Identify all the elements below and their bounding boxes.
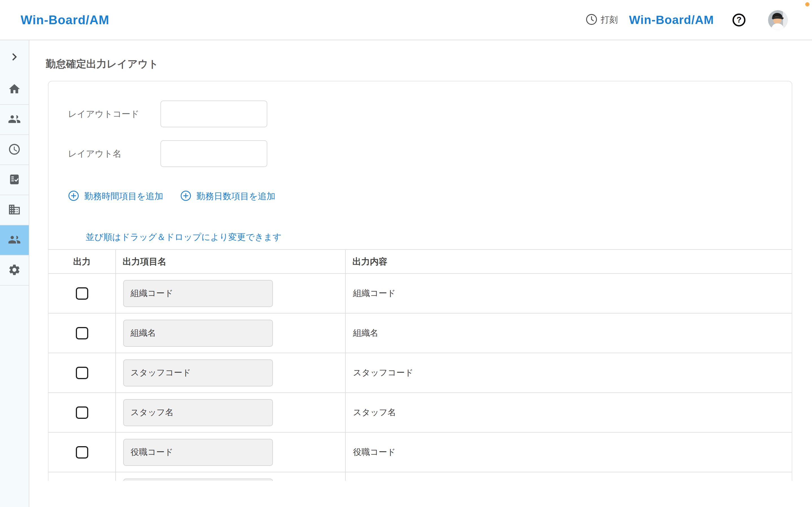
- layout-code-input[interactable]: [160, 101, 267, 127]
- sidebar-item-company[interactable]: [0, 195, 29, 225]
- sidebar-expand-button[interactable]: [0, 40, 29, 75]
- drag-drop-hint: 並び順はドラッグ＆ドロップにより変更できます: [86, 232, 792, 242]
- gear-icon: [8, 263, 21, 277]
- item-name-box[interactable]: 役職名: [123, 478, 273, 481]
- home-icon: [8, 82, 21, 97]
- add-link-label: 勤務日数項目を追加: [197, 190, 275, 202]
- output-content-text: スタッフ名: [346, 407, 792, 418]
- form-row-layout-name: レイアウト名: [68, 140, 792, 167]
- table-row: スタッフ名 スタッフ名: [49, 393, 792, 432]
- output-checkbox[interactable]: [76, 446, 88, 459]
- clock-icon: [8, 143, 21, 157]
- layout-card: レイアウトコード レイアウト名 勤務: [48, 81, 792, 481]
- item-name-box[interactable]: 役職コード: [123, 439, 273, 466]
- add-links-row: 勤務時間項目を追加 勤務日数項目を追加: [68, 189, 792, 203]
- layout-code-label: レイアウトコード: [68, 108, 160, 120]
- layout-form: レイアウトコード レイアウト名 勤務: [49, 81, 792, 242]
- punch-button[interactable]: 打刻: [585, 13, 618, 27]
- punch-label: 打刻: [601, 14, 618, 25]
- app-logo[interactable]: Win-Board/AM: [20, 13, 109, 27]
- table-row: 役職コード 役職コード: [49, 432, 792, 472]
- app-header: Win-Board/AM 打刻 Win-Board/AM ?: [0, 0, 812, 40]
- item-name-box[interactable]: 組織名: [123, 320, 273, 347]
- clock-outline-icon: [585, 13, 598, 27]
- item-name-box[interactable]: スタッフ名: [123, 399, 273, 426]
- item-name-box[interactable]: 組織コード: [123, 280, 273, 307]
- people-icon: [8, 113, 21, 127]
- avatar[interactable]: [768, 10, 788, 30]
- item-name-box[interactable]: スタッフコード: [123, 359, 273, 386]
- output-content-text: 組織名: [346, 327, 792, 339]
- table-row: スタッフコード スタッフコード: [49, 353, 792, 393]
- sidebar-item-members-active[interactable]: [0, 225, 29, 256]
- sidebar-item-staff[interactable]: [0, 105, 29, 135]
- sidebar-item-approval[interactable]: [0, 165, 29, 195]
- page-title: 勤怠確定出力レイアウト: [46, 58, 792, 70]
- people-icon: [8, 233, 21, 247]
- plus-circle-icon: [68, 190, 79, 203]
- table-row: 組織コード 組織コード: [49, 274, 792, 313]
- recording-indicator-dot: [805, 2, 809, 6]
- chevron-right-icon: [7, 50, 22, 65]
- help-icon[interactable]: ?: [732, 13, 746, 26]
- header-right: 打刻 Win-Board/AM ?: [585, 10, 788, 30]
- output-content-text: 役職コード: [346, 446, 792, 458]
- column-header-item-name: 出力項目名: [116, 249, 345, 274]
- output-checkbox[interactable]: [76, 327, 88, 339]
- column-header-output-content: 出力内容: [345, 249, 792, 274]
- layout-name-label: レイアウト名: [68, 148, 160, 160]
- output-items-table: 出力 出力項目名 出力内容 組織コード 組織コード 組織名 組織名 スタッフコー…: [49, 249, 792, 481]
- form-row-layout-code: レイアウトコード: [68, 101, 792, 127]
- sidebar-item-settings[interactable]: [0, 256, 29, 286]
- sidebar-item-attendance[interactable]: [0, 135, 29, 165]
- building-icon: [8, 203, 21, 217]
- sidebar-item-home[interactable]: [0, 75, 29, 105]
- column-header-output: 出力: [49, 249, 116, 274]
- table-row: 役職名 役職名: [49, 472, 792, 481]
- output-checkbox[interactable]: [76, 367, 88, 379]
- table-header-row: 出力 出力項目名 出力内容: [49, 249, 792, 274]
- output-content-text: スタッフコード: [346, 367, 792, 379]
- output-checkbox[interactable]: [76, 406, 88, 419]
- table-row: 組織名 組織名: [49, 313, 792, 353]
- output-checkbox[interactable]: [76, 287, 88, 300]
- main-content: 勤怠確定出力レイアウト レイアウトコード レイアウト名: [29, 40, 812, 507]
- add-work-days-item-button[interactable]: 勤務日数項目を追加: [180, 190, 275, 203]
- sidebar: [0, 40, 29, 507]
- layout-name-input[interactable]: [160, 140, 267, 167]
- checklist-icon: [8, 173, 21, 187]
- add-work-time-item-button[interactable]: 勤務時間項目を追加: [68, 190, 163, 203]
- add-link-label: 勤務時間項目を追加: [84, 190, 163, 202]
- product-name: Win-Board/AM: [629, 13, 714, 27]
- output-content-text: 組織コード: [346, 288, 792, 299]
- plus-circle-icon: [180, 190, 192, 203]
